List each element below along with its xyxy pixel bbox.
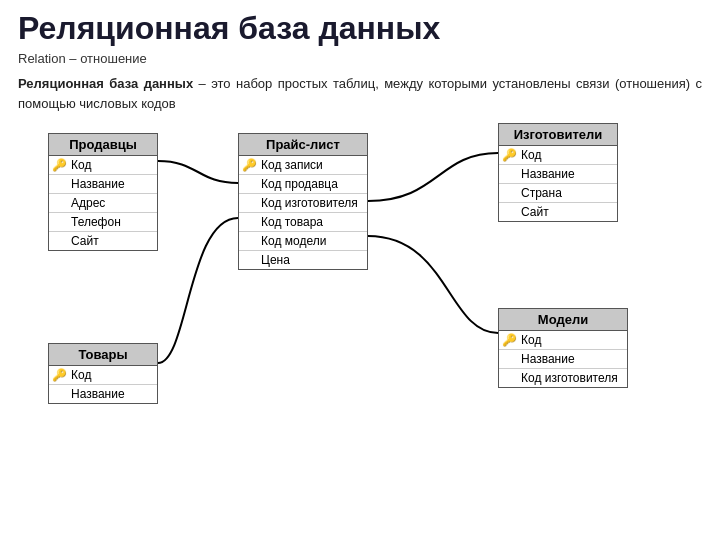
- tovary-row-0: 🔑 Код: [49, 366, 157, 385]
- prajs-row-1: Код продавца: [239, 175, 367, 194]
- prajs-row-0: 🔑 Код записи: [239, 156, 367, 175]
- prodavcy-row-4: Сайт: [49, 232, 157, 250]
- prodavcy-row-3: Телефон: [49, 213, 157, 232]
- key-icon-tovary: 🔑: [52, 368, 67, 382]
- prajs-row-5: Цена: [239, 251, 367, 269]
- table-prodavcy-header: Продавцы: [49, 134, 157, 156]
- key-icon-prodavcy: 🔑: [52, 158, 67, 172]
- table-izgotoviteli-header: Изготовители: [499, 124, 617, 146]
- tovary-row-1: Название: [49, 385, 157, 403]
- izgotoviteli-row-0: 🔑 Код: [499, 146, 617, 165]
- prodavcy-row-1: Название: [49, 175, 157, 194]
- table-tovary: Товары 🔑 Код Название: [48, 343, 158, 404]
- prajs-row-3: Код товара: [239, 213, 367, 232]
- main-title: Реляционная база данных: [18, 10, 702, 47]
- table-prodavcy: Продавцы 🔑 Код Название Адрес Телефон Са…: [48, 133, 158, 251]
- modeli-row-2: Код изготовителя: [499, 369, 627, 387]
- table-modeli: Модели 🔑 Код Название Код изготовителя: [498, 308, 628, 388]
- table-izgotoviteli: Изготовители 🔑 Код Название Страна Сайт: [498, 123, 618, 222]
- table-modeli-header: Модели: [499, 309, 627, 331]
- prajs-row-2: Код изготовителя: [239, 194, 367, 213]
- diagram-area: Продавцы 🔑 Код Название Адрес Телефон Са…: [18, 123, 718, 463]
- modeli-row-1: Название: [499, 350, 627, 369]
- modeli-row-0: 🔑 Код: [499, 331, 627, 350]
- table-prajs-header: Прайс-лист: [239, 134, 367, 156]
- izgotoviteli-row-2: Страна: [499, 184, 617, 203]
- prodavcy-row-2: Адрес: [49, 194, 157, 213]
- table-prajs: Прайс-лист 🔑 Код записи Код продавца Код…: [238, 133, 368, 270]
- izgotoviteli-row-3: Сайт: [499, 203, 617, 221]
- key-icon-modeli: 🔑: [502, 333, 517, 347]
- table-tovary-header: Товары: [49, 344, 157, 366]
- key-icon-prajs: 🔑: [242, 158, 257, 172]
- key-icon-izgotoviteli: 🔑: [502, 148, 517, 162]
- izgotoviteli-row-1: Название: [499, 165, 617, 184]
- description: Реляционная база данных – это набор прос…: [18, 74, 702, 113]
- subtitle: Relation – отношение: [18, 51, 702, 66]
- prajs-row-4: Код модели: [239, 232, 367, 251]
- prodavcy-row-0: 🔑 Код: [49, 156, 157, 175]
